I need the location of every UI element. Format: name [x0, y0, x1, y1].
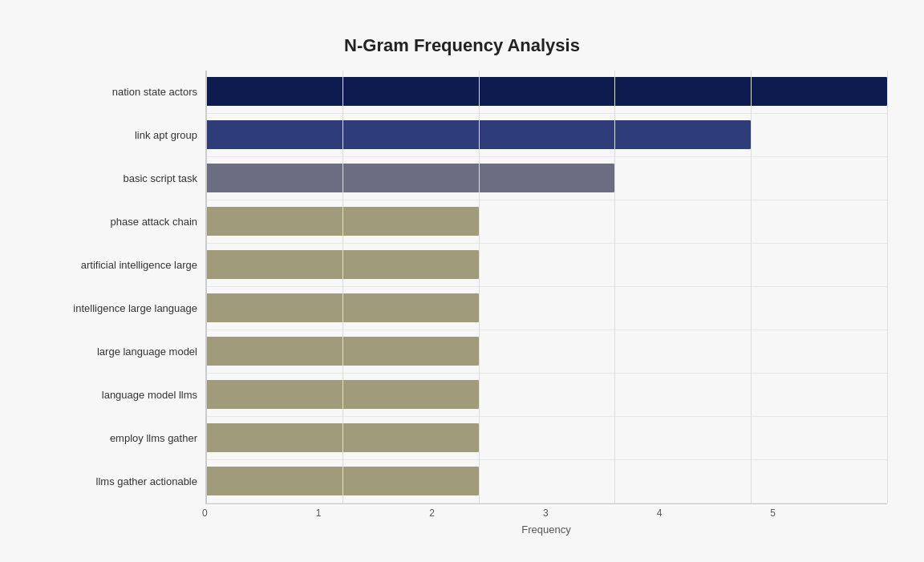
x-tick: 1	[319, 504, 433, 519]
bar-row	[206, 200, 887, 244]
x-tick-label: 1	[316, 507, 322, 519]
y-label: employ llms gather	[37, 417, 205, 460]
chart-title: N-Gram Frequency Analysis	[37, 35, 887, 56]
y-label: link apt group	[37, 114, 205, 157]
bar	[206, 423, 479, 452]
x-tick-label: 5	[770, 507, 776, 519]
bar-row	[206, 287, 887, 330]
y-label: intelligence large language	[37, 287, 205, 330]
bar-row	[206, 114, 887, 157]
bar-row	[206, 244, 887, 287]
y-label: large language model	[37, 330, 205, 374]
bar	[206, 293, 479, 322]
bar-row	[206, 330, 887, 374]
y-label: artificial intelligence large	[37, 244, 205, 287]
chart-area: nation state actorslink apt groupbasic s…	[37, 71, 887, 536]
bar	[206, 250, 479, 279]
bar	[206, 164, 614, 192]
x-tick-label: 2	[429, 507, 435, 519]
x-tick: 4	[660, 504, 774, 519]
bar-row	[206, 417, 887, 460]
bar	[206, 77, 887, 106]
bar	[206, 380, 479, 409]
x-tick-label: 3	[543, 507, 549, 519]
bar-row	[206, 157, 887, 200]
chart-container: N-Gram Frequency Analysis nation state a…	[21, 19, 903, 544]
y-labels: nation state actorslink apt groupbasic s…	[37, 71, 205, 503]
x-tick-label: 4	[657, 507, 663, 519]
bars-plot	[205, 71, 887, 503]
bar-row	[206, 460, 887, 503]
bar-row	[206, 374, 887, 417]
y-label: language model llms	[37, 374, 205, 417]
grid-line	[887, 71, 888, 503]
bar	[206, 207, 479, 236]
bar-row	[206, 71, 887, 114]
x-axis-label: Frequency	[205, 524, 887, 536]
bar	[206, 337, 479, 366]
x-tick: 3	[546, 504, 660, 519]
bar	[206, 120, 751, 149]
x-axis: 012345 Frequency	[205, 503, 887, 536]
x-tick: 0	[205, 504, 319, 519]
y-label: phase attack chain	[37, 200, 205, 244]
x-tick: 2	[432, 504, 546, 519]
y-label: llms gather actionable	[37, 460, 205, 503]
x-tick: 5	[773, 504, 887, 519]
y-label: nation state actors	[37, 71, 205, 114]
bar	[206, 467, 479, 495]
x-tick-label: 0	[202, 507, 208, 519]
y-label: basic script task	[37, 157, 205, 200]
bars-section: nation state actorslink apt groupbasic s…	[37, 71, 887, 503]
